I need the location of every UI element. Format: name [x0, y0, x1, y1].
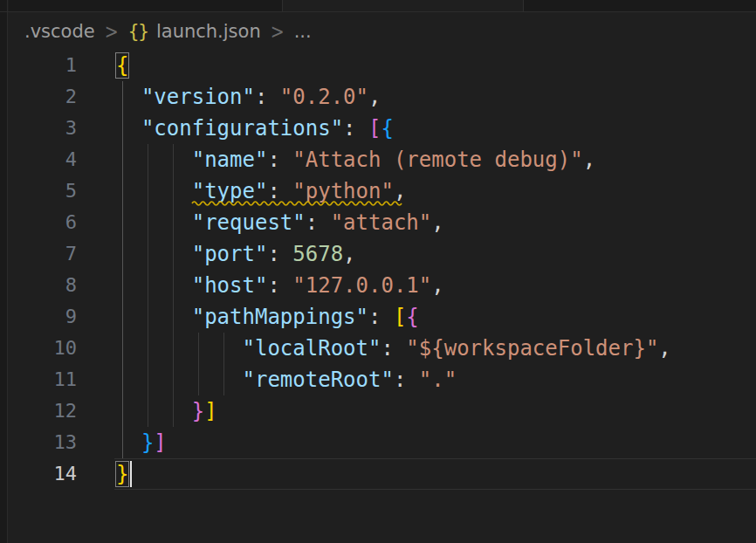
line-number[interactable]: 4 [9, 144, 77, 175]
token: "name" [192, 148, 268, 172]
token: : [267, 273, 292, 298]
sidebar-edge [0, 0, 8, 543]
token: "remoteRoot" [243, 368, 394, 392]
token: , [394, 179, 406, 203]
breadcrumb: .vscode > {} launch.json > ... [9, 12, 756, 50]
code-text: "name": "Attach (remote debug)", [116, 144, 595, 175]
editor[interactable]: 1{2 "version": "0.2.0",3 "configurations… [9, 50, 756, 543]
code-text: "remoteRoot": "." [116, 364, 457, 395]
token: , [583, 148, 595, 172]
token: , [368, 85, 381, 109]
tab-separator [523, 0, 524, 11]
token: "Attach (remote debug)" [292, 148, 582, 172]
token: , [658, 336, 670, 361]
token: , [431, 273, 443, 298]
token: [ [368, 116, 381, 141]
chevron-right-icon: > [105, 19, 119, 42]
token: "${workspaceFolder}" [406, 336, 658, 361]
token: : [381, 336, 406, 361]
token: : [368, 305, 394, 329]
token: { [381, 116, 393, 141]
text-cursor [130, 461, 132, 487]
line-number[interactable]: 13 [9, 427, 77, 458]
token: ] [204, 399, 216, 423]
token: "attach" [331, 210, 432, 235]
code-text: }] [116, 395, 217, 427]
code-text: }] [116, 427, 167, 458]
token: : [267, 148, 292, 172]
code-line[interactable]: 7 "port": 5678, [9, 238, 756, 270]
token: "localRoot" [243, 336, 381, 361]
warning-squiggle [192, 200, 394, 206]
tab-active[interactable] [282, 0, 523, 11]
breadcrumb-symbol-ellipsis[interactable]: ... [294, 21, 312, 42]
code-text: "port": 5678, [116, 238, 356, 270]
code-text: { [116, 50, 128, 81]
tab-bar [9, 0, 756, 11]
token: ] [154, 430, 166, 455]
json-file-icon: {} [128, 21, 148, 42]
code-line[interactable]: 10 "localRoot": "${workspaceFolder}", [9, 333, 756, 364]
token: } [192, 399, 204, 423]
line-number[interactable]: 3 [9, 113, 77, 144]
token: : [255, 85, 280, 109]
code-text: "request": "attach", [116, 207, 444, 238]
code-line[interactable]: 8 "host": "127.0.0.1", [9, 270, 756, 301]
line-number[interactable]: 8 [9, 270, 77, 301]
line-number[interactable]: 10 [9, 333, 77, 364]
token: , [343, 242, 355, 266]
line-number[interactable]: 12 [9, 395, 77, 427]
code-line[interactable]: 13 }] [9, 427, 756, 458]
token: [ [394, 305, 406, 329]
token: : [306, 210, 331, 235]
line-number[interactable]: 9 [9, 301, 77, 333]
code-line[interactable]: 3 "configurations": [{ [9, 113, 756, 144]
code-line[interactable]: 4 "name": "Attach (remote debug)", [9, 144, 756, 175]
token: "." [419, 368, 457, 392]
code-line[interactable]: 2 "version": "0.2.0", [9, 81, 756, 113]
token: "request" [192, 210, 306, 235]
code-text: "pathMappings": [{ [116, 301, 419, 333]
code-line[interactable]: 11 "remoteRoot": "." [9, 364, 756, 395]
code-text: "localRoot": "${workspaceFolder}", [116, 333, 671, 364]
tab-separator [282, 0, 283, 11]
code-line[interactable]: 1{ [9, 50, 756, 81]
code-line[interactable]: 12 }] [9, 395, 756, 427]
token: "configurations" [141, 116, 343, 141]
token: : [343, 116, 368, 141]
current-line-highlight [114, 458, 756, 459]
breadcrumb-file[interactable]: launch.json [156, 21, 261, 42]
line-number[interactable]: 2 [9, 81, 77, 113]
token: : [267, 242, 292, 266]
token: "0.2.0" [280, 85, 368, 109]
token: , [431, 210, 443, 235]
token: "pathMappings" [192, 305, 368, 329]
line-number[interactable]: 1 [9, 50, 77, 81]
bracket-match-box: { [116, 53, 128, 78]
line-number[interactable]: 5 [9, 175, 77, 207]
token: "host" [192, 273, 268, 298]
line-number[interactable]: 11 [9, 364, 77, 395]
token: "version" [141, 85, 255, 109]
chevron-right-icon: > [271, 19, 285, 42]
code-line[interactable]: 14} [9, 458, 756, 490]
code-text: "configurations": [{ [116, 113, 394, 144]
token: : [394, 368, 419, 392]
code-line[interactable]: 9 "pathMappings": [{ [9, 301, 756, 333]
token: "port" [192, 242, 268, 266]
breadcrumb-folder[interactable]: .vscode [24, 21, 95, 42]
token: { [406, 305, 418, 329]
current-line-highlight [114, 489, 756, 490]
code-text: "host": "127.0.0.1", [116, 270, 444, 301]
code-text: } [116, 458, 128, 490]
token: "127.0.0.1" [292, 273, 431, 298]
code-text: "version": "0.2.0", [116, 81, 381, 113]
code-line[interactable]: 5 "type": "python", [9, 175, 756, 207]
line-number[interactable]: 14 [9, 458, 77, 490]
token: } [141, 430, 154, 455]
line-number[interactable]: 6 [9, 207, 77, 238]
token: 5678 [292, 242, 343, 266]
bracket-match-box: } [116, 462, 128, 486]
line-number[interactable]: 7 [9, 238, 77, 270]
code-line[interactable]: 6 "request": "attach", [9, 207, 756, 238]
